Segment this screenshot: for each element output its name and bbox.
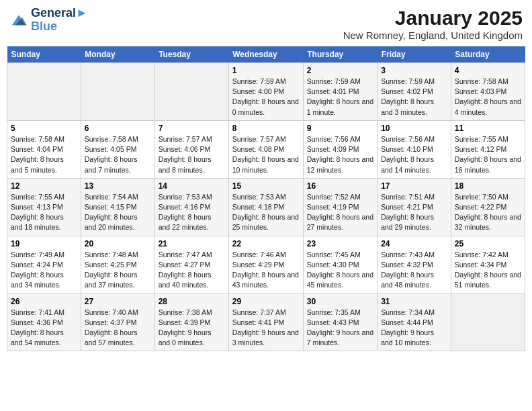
day-info: Sunrise: 7:41 AM Sunset: 4:36 PM Dayligh… xyxy=(11,308,77,349)
calendar-cell: 19Sunrise: 7:49 AM Sunset: 4:24 PM Dayli… xyxy=(7,236,81,293)
calendar-cell: 18Sunrise: 7:50 AM Sunset: 4:22 PM Dayli… xyxy=(451,178,525,236)
calendar-cell: 12Sunrise: 7:55 AM Sunset: 4:13 PM Dayli… xyxy=(7,178,81,236)
calendar-week-4: 19Sunrise: 7:49 AM Sunset: 4:24 PM Dayli… xyxy=(7,236,525,293)
day-number: 6 xyxy=(85,124,151,133)
day-number: 17 xyxy=(381,181,447,191)
day-info: Sunrise: 7:35 AM Sunset: 4:43 PM Dayligh… xyxy=(307,308,373,349)
day-number: 10 xyxy=(381,124,447,133)
day-number: 23 xyxy=(307,239,373,248)
day-info: Sunrise: 7:34 AM Sunset: 4:44 PM Dayligh… xyxy=(381,308,447,349)
day-info: Sunrise: 7:47 AM Sunset: 4:27 PM Dayligh… xyxy=(159,250,225,291)
calendar-cell: 31Sunrise: 7:34 AM Sunset: 4:44 PM Dayli… xyxy=(378,293,451,351)
day-info: Sunrise: 7:57 AM Sunset: 4:06 PM Dayligh… xyxy=(159,134,225,175)
calendar-cell: 13Sunrise: 7:54 AM Sunset: 4:15 PM Dayli… xyxy=(81,178,154,236)
calendar-cell: 3Sunrise: 7:59 AM Sunset: 4:02 PM Daylig… xyxy=(378,63,451,121)
day-number: 28 xyxy=(159,297,225,306)
day-header-monday: Monday xyxy=(81,46,154,63)
day-info: Sunrise: 7:59 AM Sunset: 4:01 PM Dayligh… xyxy=(307,77,373,118)
day-number: 24 xyxy=(381,239,447,248)
calendar-cell xyxy=(451,293,525,351)
calendar-cell: 6Sunrise: 7:58 AM Sunset: 4:05 PM Daylig… xyxy=(81,120,154,178)
day-info: Sunrise: 7:56 AM Sunset: 4:10 PM Dayligh… xyxy=(381,134,447,175)
day-info: Sunrise: 7:42 AM Sunset: 4:34 PM Dayligh… xyxy=(455,250,521,291)
calendar-cell: 20Sunrise: 7:48 AM Sunset: 4:25 PM Dayli… xyxy=(81,236,154,293)
day-header-sunday: Sunday xyxy=(7,46,81,63)
day-info: Sunrise: 7:37 AM Sunset: 4:41 PM Dayligh… xyxy=(232,308,300,349)
day-header-tuesday: Tuesday xyxy=(154,46,228,63)
day-number: 13 xyxy=(85,181,151,191)
day-number: 25 xyxy=(455,239,521,248)
day-number: 21 xyxy=(159,239,225,248)
day-info: Sunrise: 7:40 AM Sunset: 4:37 PM Dayligh… xyxy=(85,308,151,349)
calendar-cell: 28Sunrise: 7:38 AM Sunset: 4:39 PM Dayli… xyxy=(154,293,228,351)
calendar-cell: 27Sunrise: 7:40 AM Sunset: 4:37 PM Dayli… xyxy=(81,293,154,351)
day-number: 15 xyxy=(232,181,300,191)
calendar-cell: 11Sunrise: 7:55 AM Sunset: 4:12 PM Dayli… xyxy=(451,120,525,178)
calendar-cell: 5Sunrise: 7:58 AM Sunset: 4:04 PM Daylig… xyxy=(7,120,81,178)
calendar-cell xyxy=(154,63,228,121)
calendar-cell: 25Sunrise: 7:42 AM Sunset: 4:34 PM Dayli… xyxy=(451,236,525,293)
day-number: 8 xyxy=(232,124,300,133)
day-info: Sunrise: 7:38 AM Sunset: 4:39 PM Dayligh… xyxy=(159,308,225,349)
day-number: 26 xyxy=(11,297,77,306)
day-number: 5 xyxy=(11,124,77,133)
day-number: 2 xyxy=(307,66,373,75)
day-info: Sunrise: 7:55 AM Sunset: 4:12 PM Dayligh… xyxy=(455,134,521,175)
day-info: Sunrise: 7:43 AM Sunset: 4:32 PM Dayligh… xyxy=(381,250,447,291)
day-number: 11 xyxy=(455,124,521,133)
subtitle: New Romney, England, United Kingdom xyxy=(343,30,523,41)
day-number: 1 xyxy=(232,66,300,75)
calendar-cell: 26Sunrise: 7:41 AM Sunset: 4:36 PM Dayli… xyxy=(7,293,81,351)
page-header: General► Blue January 2025 New Romney, E… xyxy=(7,7,525,41)
day-info: Sunrise: 7:54 AM Sunset: 4:15 PM Dayligh… xyxy=(85,192,151,233)
day-info: Sunrise: 7:46 AM Sunset: 4:29 PM Dayligh… xyxy=(232,250,300,291)
day-number: 30 xyxy=(307,297,373,306)
day-info: Sunrise: 7:49 AM Sunset: 4:24 PM Dayligh… xyxy=(11,250,77,291)
calendar-cell: 21Sunrise: 7:47 AM Sunset: 4:27 PM Dayli… xyxy=(154,236,228,293)
logo-icon xyxy=(9,13,28,28)
main-title: January 2025 xyxy=(343,7,523,30)
calendar-week-1: 1Sunrise: 7:59 AM Sunset: 4:00 PM Daylig… xyxy=(7,63,525,121)
day-info: Sunrise: 7:50 AM Sunset: 4:22 PM Dayligh… xyxy=(455,192,521,233)
calendar-cell: 8Sunrise: 7:57 AM Sunset: 4:08 PM Daylig… xyxy=(228,120,303,178)
calendar-cell: 10Sunrise: 7:56 AM Sunset: 4:10 PM Dayli… xyxy=(378,120,451,178)
day-number: 27 xyxy=(85,297,151,306)
calendar-cell xyxy=(81,63,154,121)
calendar-week-2: 5Sunrise: 7:58 AM Sunset: 4:04 PM Daylig… xyxy=(7,120,525,178)
day-number: 16 xyxy=(307,181,373,191)
day-number: 18 xyxy=(455,181,521,191)
day-info: Sunrise: 7:59 AM Sunset: 4:00 PM Dayligh… xyxy=(232,77,300,118)
calendar-cell: 17Sunrise: 7:51 AM Sunset: 4:21 PM Dayli… xyxy=(378,178,451,236)
day-header-saturday: Saturday xyxy=(451,46,525,63)
day-number: 3 xyxy=(381,66,447,75)
title-block: January 2025 New Romney, England, United… xyxy=(343,7,523,41)
day-info: Sunrise: 7:55 AM Sunset: 4:13 PM Dayligh… xyxy=(11,192,77,233)
calendar-body: 1Sunrise: 7:59 AM Sunset: 4:00 PM Daylig… xyxy=(7,63,525,351)
day-info: Sunrise: 7:58 AM Sunset: 4:03 PM Dayligh… xyxy=(455,77,521,118)
day-number: 12 xyxy=(11,181,77,191)
day-number: 7 xyxy=(159,124,225,133)
day-info: Sunrise: 7:58 AM Sunset: 4:04 PM Dayligh… xyxy=(11,134,77,175)
day-number: 19 xyxy=(11,239,77,248)
calendar-cell: 23Sunrise: 7:45 AM Sunset: 4:30 PM Dayli… xyxy=(303,236,377,293)
day-header-wednesday: Wednesday xyxy=(228,46,303,63)
calendar-week-3: 12Sunrise: 7:55 AM Sunset: 4:13 PM Dayli… xyxy=(7,178,525,236)
day-number: 4 xyxy=(455,66,521,75)
calendar-table: SundayMondayTuesdayWednesdayThursdayFrid… xyxy=(7,46,525,351)
calendar-cell xyxy=(7,63,81,121)
day-number: 9 xyxy=(307,124,373,133)
day-info: Sunrise: 7:53 AM Sunset: 4:16 PM Dayligh… xyxy=(159,192,225,233)
days-header-row: SundayMondayTuesdayWednesdayThursdayFrid… xyxy=(7,46,525,63)
day-header-friday: Friday xyxy=(378,46,451,63)
day-info: Sunrise: 7:59 AM Sunset: 4:02 PM Dayligh… xyxy=(381,77,447,118)
day-info: Sunrise: 7:53 AM Sunset: 4:18 PM Dayligh… xyxy=(232,192,300,233)
day-info: Sunrise: 7:52 AM Sunset: 4:19 PM Dayligh… xyxy=(307,192,373,233)
day-info: Sunrise: 7:45 AM Sunset: 4:30 PM Dayligh… xyxy=(307,250,373,291)
calendar-week-5: 26Sunrise: 7:41 AM Sunset: 4:36 PM Dayli… xyxy=(7,293,525,351)
calendar-cell: 24Sunrise: 7:43 AM Sunset: 4:32 PM Dayli… xyxy=(378,236,451,293)
day-header-thursday: Thursday xyxy=(303,46,377,63)
logo-text: General► Blue xyxy=(31,7,88,34)
day-number: 22 xyxy=(232,239,300,248)
day-info: Sunrise: 7:57 AM Sunset: 4:08 PM Dayligh… xyxy=(232,134,300,175)
day-number: 20 xyxy=(85,239,151,248)
